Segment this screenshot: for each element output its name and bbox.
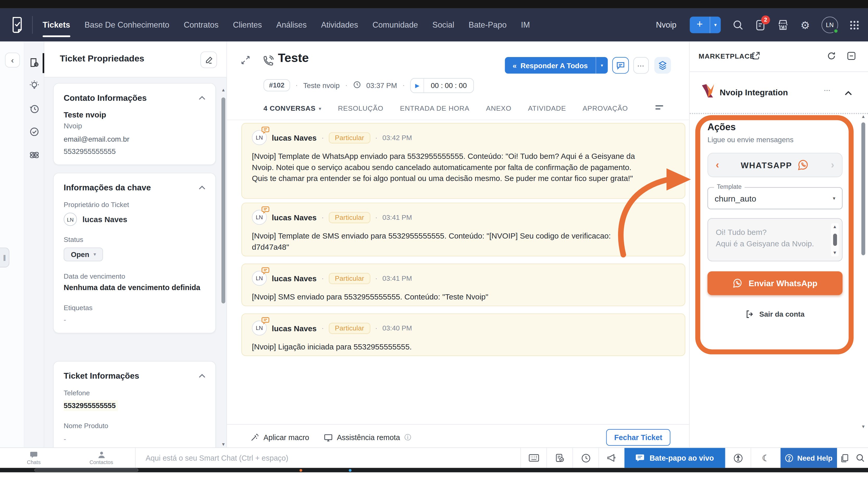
contacts-tab[interactable]: Contactos [67,448,135,468]
message-author[interactable]: lucas Naves [272,274,317,282]
carousel-next-icon[interactable]: › [831,159,834,171]
reply-dropdown-caret-icon[interactable]: ▾ [595,57,608,74]
ticket-status-icon[interactable] [547,448,572,468]
tab-time-entry[interactable]: ENTRADA DE HORA [400,105,469,113]
search-icon[interactable] [852,448,868,468]
marketplace-store-icon[interactable] [777,19,789,30]
announcements-megaphone-icon[interactable] [598,448,625,468]
conversation-view-options-icon[interactable] [655,104,663,114]
conversation-message[interactable]: LN lucas Naves · Particular · 03:41 PM [… [241,264,685,306]
conversation-message[interactable]: LN lucas Naves · Particular · 03:42 PM [… [241,123,685,199]
contact-name[interactable]: Teste nvoip [64,110,206,119]
user-avatar[interactable]: LN [822,17,838,33]
nav-tab-social[interactable]: Social [432,21,454,29]
send-whatsapp-button[interactable]: Enviar WhatsApp [707,271,842,295]
message-preview-textarea[interactable]: Oi! Tudo bem? Aqui é a Geisyane da Nvoip… [707,218,842,262]
minimize-panel-icon[interactable] [847,52,856,63]
zia-ai-icon[interactable] [29,150,40,161]
integration-more-icon[interactable]: ⋯ [824,87,831,94]
timer-play-button[interactable]: ▶ [411,79,424,92]
remote-assistance-button[interactable]: Assistência remota ⓘ [323,433,411,442]
nav-tab-nvoip[interactable]: Nvoip [656,21,676,29]
message-author[interactable]: lucas Naves [272,213,317,222]
scroll-down-icon[interactable]: ▼ [221,442,226,447]
tab-approval[interactable]: APROVAÇÃO [583,105,628,113]
carousel-prev-icon[interactable]: ‹ [716,159,719,171]
scroll-down-icon[interactable]: ▼ [861,424,865,430]
edit-properties-button[interactable] [200,52,217,68]
app-logo-icon[interactable] [9,16,26,34]
tab-resolution[interactable]: RESOLUÇÃO [338,105,383,113]
scrollbar-thumb[interactable] [861,122,865,255]
nav-tab-im[interactable]: IM [521,21,530,29]
apply-macro-button[interactable]: Aplicar macro [250,433,309,442]
tab-activity[interactable]: ATIVIDADE [528,105,566,113]
add-button[interactable]: + ▾ [690,17,721,33]
reply-all-button[interactable]: « Responder A Todos ▾ [505,57,608,74]
collapse-section-icon[interactable] [199,370,206,380]
scroll-down-icon[interactable]: ▼ [833,250,837,255]
ticket-owner[interactable]: LN lucas Naves [64,213,206,226]
ticket-properties-icon[interactable] [29,57,40,68]
nav-tab-community[interactable]: Comunidade [373,21,418,29]
comment-button[interactable] [612,57,629,74]
insights-lightbulb-icon[interactable] [29,80,40,91]
live-chat-button[interactable]: Bate-papo ao vivo [624,448,725,468]
feedback-pages-icon[interactable] [837,448,852,468]
collapse-section-icon[interactable] [199,182,206,192]
nav-tab-knowledge-base[interactable]: Base De Conhecimento [85,21,169,29]
collapse-header-icon[interactable] [241,56,250,66]
scrollbar-thumb[interactable] [833,234,837,246]
conversation-message[interactable]: LN lucas Naves · Particular · 03:41 PM [… [241,203,685,256]
message-author[interactable]: lucas Naves [272,324,317,333]
integration-collapse-icon[interactable] [845,88,852,98]
layers-button[interactable] [654,57,671,74]
add-dropdown-caret-icon[interactable]: ▾ [710,17,721,33]
close-ticket-button[interactable]: Fechar Ticket [606,429,671,446]
contact-email[interactable]: email@email.com.br [64,135,206,144]
nav-tab-analytics[interactable]: Análises [276,21,307,29]
tab-conversations[interactable]: 4 CONVERSAS ▾ [264,105,321,113]
phone-field-value[interactable]: 5532955555555 [64,400,118,411]
collapse-section-icon[interactable] [199,92,206,102]
need-help-button[interactable]: Need Help [780,448,837,468]
contact-account[interactable]: Nvoip [64,122,206,130]
resize-handle[interactable]: ∥ [0,247,9,268]
collapse-panel-button[interactable]: ‹ [5,53,20,67]
panel-scrollbar[interactable]: ▲ ▼ [221,88,226,447]
ticket-contact[interactable]: Teste nvoip [303,81,340,90]
app-grid-icon[interactable] [850,20,859,30]
chats-tab[interactable]: Chats [0,448,67,468]
tab-attachment[interactable]: ANEXO [486,105,511,113]
keyboard-shortcuts-icon[interactable] [521,448,547,468]
settings-gear-icon[interactable]: ⚙ [801,19,810,31]
history-icon[interactable] [29,104,40,115]
notifications-icon[interactable]: 2 [755,19,766,31]
accessibility-icon[interactable] [725,448,751,468]
scroll-up-icon[interactable]: ▲ [221,88,226,93]
approvals-check-icon[interactable] [29,126,40,138]
textarea-scrollbar[interactable]: ▲ ▼ [831,223,839,256]
template-select[interactable]: churn_auto ▾ [707,187,842,209]
nvoip-integration-header[interactable]: Nvoip Integration ⋯ [690,72,868,113]
status-dropdown[interactable]: Open ▾ [64,247,103,261]
refresh-icon[interactable] [827,52,836,63]
message-author[interactable]: lucas Naves [272,133,317,142]
nav-tab-clients[interactable]: Clientes [233,21,262,29]
scroll-up-icon[interactable]: ▲ [833,224,837,229]
nav-tab-activities[interactable]: Atividades [321,21,358,29]
marketplace-scrollbar[interactable]: ▲ ▼ [861,114,866,430]
nav-tab-tickets[interactable]: Tickets [43,21,70,29]
search-icon[interactable] [732,19,744,30]
more-actions-button[interactable]: ⋯ [633,57,649,74]
contact-phone[interactable]: 5532955555555 [64,147,206,156]
nav-tab-contracts[interactable]: Contratos [184,21,219,29]
smart-chat-input[interactable] [146,454,510,462]
scrollbar-thumb[interactable] [222,97,225,303]
dark-mode-moon-icon[interactable]: ☾ [751,448,780,468]
logout-button[interactable]: Sair da conta [707,310,842,318]
nav-tab-chat[interactable]: Bate-Papo [469,21,507,29]
conversation-message[interactable]: LN lucas Naves · Particular · 03:40 PM [… [241,313,685,356]
open-external-icon[interactable] [752,52,760,62]
scroll-up-icon[interactable]: ▲ [861,114,865,120]
